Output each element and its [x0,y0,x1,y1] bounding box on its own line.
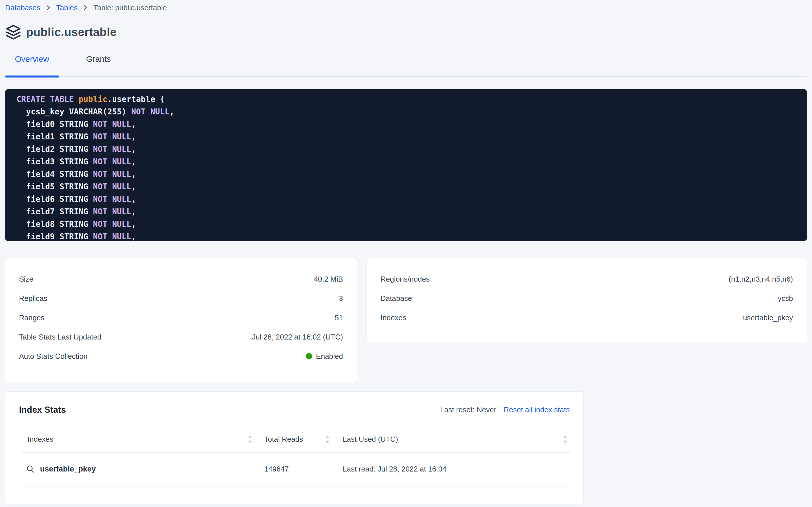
column-header-last-used[interactable]: Last Used (UTC) [334,435,570,444]
tab-overview[interactable]: Overview [5,48,59,76]
sort-icon[interactable] [248,436,252,443]
index-stats-header: Index Stats Last reset: Never Reset all … [19,405,570,417]
column-label: Indexes [27,435,53,444]
detail-value: Jul 28, 2022 at 16:02 (UTC) [252,333,343,341]
detail-value: 51 [335,314,343,322]
reset-all-index-stats-link[interactable]: Reset all index stats [504,405,570,414]
table-meta-card: Regions/nodes(n1,n2,n3,n4,n5,n6)Database… [367,258,807,343]
last-used-cell: Last read: Jul 28, 2022 at 16:04 [334,465,570,473]
sql-code-line: field2 STRING NOT NULL, [16,143,796,156]
detail-row: Table Stats Last UpdatedJul 28, 2022 at … [19,333,343,341]
detail-value: (n1,n2,n3,n4,n5,n6) [729,275,793,284]
sql-code-line: CREATE TABLE public.usertable ( [16,93,796,106]
detail-value: 40.2 MiB [314,275,343,284]
sql-code-line: field9 STRING NOT NULL, [16,230,796,241]
detail-label: Table Stats Last Updated [19,333,102,341]
index-name: usertable_pkey [40,465,96,473]
breadcrumb: Databases Tables Table: public.usertable [5,0,807,12]
sort-icon[interactable] [563,436,567,443]
detail-label: Regions/nodes [380,275,430,284]
sort-icon[interactable] [325,436,330,443]
sql-code-line: field7 STRING NOT NULL, [16,206,796,218]
detail-label: Auto Stats Collection [19,352,87,361]
column-header-total-reads[interactable]: Total Reads [256,435,334,444]
detail-row: Ranges51 [19,314,343,321]
table-details-page: Databases Tables Table: public.usertable… [0,0,812,504]
index-stats-actions: Last reset: Never Reset all index stats [440,405,570,417]
details-cards: Size40.2 MiBReplicas3Ranges51Table Stats… [5,258,807,383]
search-icon [26,464,35,473]
detail-row: Replicas3 [19,295,343,302]
detail-label: Indexes [380,314,406,322]
status-dot-enabled [306,353,312,359]
page-title: public.usertable [26,25,117,39]
detail-row: Size40.2 MiB [19,275,343,283]
detail-value: usertable_pkey [743,314,793,322]
column-header-indexes[interactable]: Indexes [22,435,256,444]
tab-grants[interactable]: Grants [73,48,124,76]
index-stats-card: Index Stats Last reset: Never Reset all … [5,391,583,504]
layers-icon [5,24,21,40]
detail-row: Auto Stats CollectionEnabled [19,352,343,360]
breadcrumb-tables-link[interactable]: Tables [56,3,77,12]
chevron-right-icon [46,4,51,11]
breadcrumb-current: Table: public.usertable [93,3,167,12]
column-label: Total Reads [264,435,303,444]
page-header: public.usertable [5,24,807,40]
sql-code-line: field3 STRING NOT NULL, [16,156,796,168]
chevron-right-icon [83,4,88,11]
index-stats-table-body: usertable_pkey149647Last read: Jul 28, 2… [22,452,570,487]
detail-value: Enabled [306,352,343,361]
detail-label: Database [380,294,412,303]
total-reads-cell: 149647 [256,465,334,473]
last-reset-label: Last reset: Never [440,405,496,417]
sql-code-line: ycsb_key VARCHAR(255) NOT NULL, [16,106,796,118]
detail-value: ycsb [778,294,793,303]
column-label: Last Used (UTC) [343,435,398,444]
index-name-cell[interactable]: usertable_pkey [22,464,256,473]
breadcrumb-databases-link[interactable]: Databases [5,3,40,12]
table-stats-card: Size40.2 MiBReplicas3Ranges51Table Stats… [5,258,357,383]
detail-label: Ranges [19,314,45,322]
sql-code-line: field4 STRING NOT NULL, [16,168,796,180]
sql-code-line: field0 STRING NOT NULL, [16,118,796,130]
index-stats-title: Index Stats [19,405,66,415]
sql-code-line: field6 STRING NOT NULL, [16,193,796,206]
detail-row: Regions/nodes(n1,n2,n3,n4,n5,n6) [380,275,793,283]
sql-code-line: field8 STRING NOT NULL, [16,218,796,230]
index-stats-table-header: Indexes Total Reads Last Used (UTC) [22,435,570,452]
index-stats-table: Indexes Total Reads Last Used (UTC) [22,435,570,487]
detail-label: Replicas [19,294,47,303]
detail-row: Indexesusertable_pkey [380,314,793,321]
detail-row: Databaseycsb [380,295,793,302]
detail-label: Size [19,275,34,284]
tab-bar: Overview Grants [5,48,807,77]
sql-code-line: field5 STRING NOT NULL, [16,180,796,193]
index-stats-row[interactable]: usertable_pkey149647Last read: Jul 28, 2… [22,452,570,487]
detail-value: 3 [339,294,343,303]
sql-code-line: field1 STRING NOT NULL, [16,130,796,143]
create-table-sql-block: CREATE TABLE public.usertable ( ycsb_key… [5,89,807,241]
